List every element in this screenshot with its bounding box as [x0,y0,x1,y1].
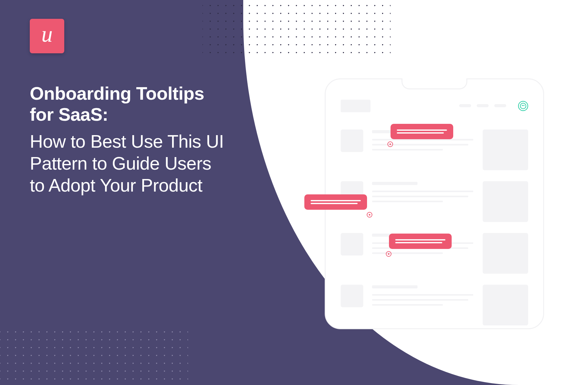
mock-nav-placeholder [459,104,506,107]
mock-thumbnail [341,285,363,307]
hotspot-icon [386,251,391,257]
mock-side-image [483,129,528,170]
device-mockup [325,78,544,329]
headline-block: Onboarding Tooltips for SaaS: How to Bes… [30,83,224,196]
mock-text-lines [372,182,473,206]
mock-thumbnail [341,233,363,256]
mock-side-image [483,285,528,325]
mock-logo-placeholder [341,100,370,112]
headline-top: Onboarding Tooltips for SaaS: [30,83,224,125]
dot-grid-top-right [202,0,391,55]
dot-grid-bottom-left [0,330,188,385]
mock-side-image [483,181,528,222]
tooltip-bubble [389,234,452,249]
mock-text-lines [372,285,473,309]
mock-thumbnail [341,129,363,152]
mock-header [341,100,528,112]
mock-list-row [341,285,528,325]
brand-logo-letter: u [41,23,53,45]
smiley-avatar-icon [518,101,528,111]
hotspot-icon [387,141,393,147]
tooltip-bubble [391,124,453,139]
device-notch [402,78,467,89]
hotspot-icon [367,212,372,218]
promo-card: u Onboarding Tooltips for SaaS: How to B… [0,0,588,385]
tooltip-bubble [304,194,367,210]
headline-bottom: How to Best Use This UI Pattern to Guide… [30,130,224,196]
brand-logo: u [30,19,64,53]
mock-side-image [483,233,528,274]
